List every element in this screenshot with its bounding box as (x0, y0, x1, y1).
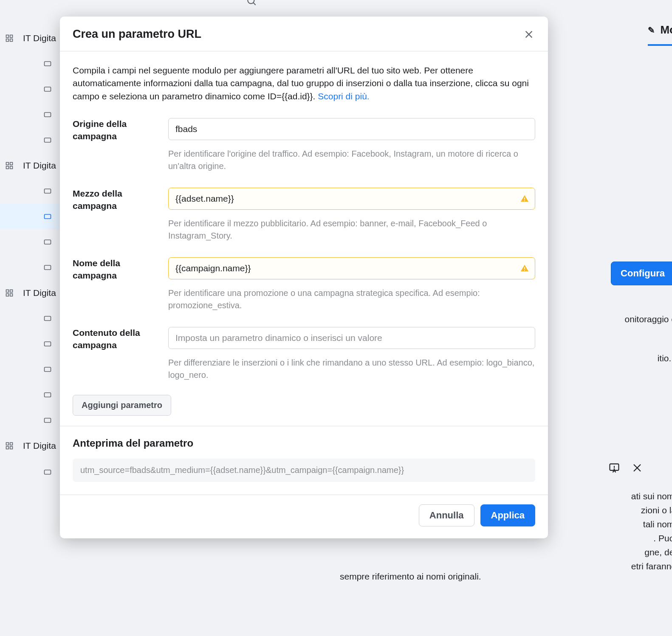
tab-edit-label: Mo (660, 23, 672, 37)
device-icon (42, 365, 53, 374)
learn-more-link[interactable]: Scopri di più. (318, 91, 369, 101)
device-icon (42, 85, 53, 93)
svg-rect-18 (10, 166, 13, 169)
svg-rect-8 (10, 35, 13, 38)
search-icon[interactable] (246, 0, 257, 9)
preview-value: utm_source=fbads&utm_medium={{adset.name… (73, 459, 535, 482)
modal-description-text: Compila i campi nel seguente modulo per … (73, 65, 529, 101)
svg-rect-21 (45, 240, 51, 244)
field-source: Origine della campagna Per identificare … (73, 118, 535, 172)
svg-rect-12 (45, 87, 51, 91)
field-name-label: Nome della campagna (73, 257, 168, 312)
svg-rect-23 (6, 290, 9, 293)
bg-text-fragment: onitoraggio e (625, 314, 672, 324)
svg-rect-9 (6, 39, 9, 42)
svg-rect-30 (45, 393, 51, 397)
svg-rect-41 (524, 267, 525, 270)
svg-rect-20 (45, 214, 51, 219)
field-content-help: Per differenziare le inserzioni o i link… (168, 357, 535, 381)
device-icon (42, 212, 53, 221)
bg-text-fragment: zioni o la (641, 505, 672, 515)
sidebar-item-label: IT Digita (23, 33, 56, 43)
svg-rect-10 (10, 39, 13, 42)
configure-button[interactable]: Configura (611, 262, 672, 285)
content-input[interactable] (168, 327, 535, 349)
breadcrumb-item[interactable]: IT Digital Marketing Milano (297, 0, 408, 0)
svg-rect-29 (45, 367, 51, 371)
svg-rect-34 (6, 447, 9, 449)
device-icon (42, 314, 53, 323)
bg-text-fragment: sempre riferimento ai nomi originali. (340, 571, 672, 582)
svg-rect-17 (6, 166, 9, 169)
cancel-button[interactable]: Annulla (419, 504, 474, 526)
svg-rect-25 (6, 294, 9, 296)
pencil-icon: ✎ (648, 25, 655, 35)
grid-icon (4, 34, 14, 42)
bg-text-fragment: gne, dei (644, 547, 672, 557)
svg-rect-26 (10, 294, 13, 296)
svg-rect-19 (45, 189, 51, 193)
breadcrumb-item[interactable]: IT Digital Marketing Milano | Remarketin… (428, 0, 609, 0)
apply-button[interactable]: Applica (480, 504, 535, 526)
name-input[interactable] (168, 257, 535, 279)
modal-title: Crea un parametro URL (73, 28, 201, 41)
medium-input[interactable] (168, 188, 535, 210)
device-icon (42, 468, 53, 476)
device-icon (42, 263, 53, 272)
modal-footer: Annulla Applica (60, 495, 548, 538)
field-medium-help: Per identificare il mezzo pubblicitario.… (168, 217, 535, 242)
modal-description: Compila i campi nel seguente modulo per … (73, 64, 535, 103)
device-icon (42, 110, 53, 119)
grid-icon (4, 289, 14, 297)
url-parameter-modal: Crea un parametro URL Compila i campi ne… (60, 17, 548, 538)
svg-rect-35 (10, 447, 13, 449)
svg-rect-13 (45, 113, 51, 117)
tab-edit[interactable]: ✎ Mo (648, 23, 672, 46)
svg-rect-31 (45, 418, 51, 422)
device-icon (42, 136, 53, 144)
field-source-help: Per identificare l'origine del traffico.… (168, 148, 535, 172)
sidebar-item-label: IT Digita (23, 160, 56, 171)
svg-rect-40 (524, 200, 525, 201)
field-content-label: Contenuto della campagna (73, 327, 168, 381)
field-name-help: Per identificare una promozione o una ca… (168, 287, 535, 312)
device-icon (42, 416, 53, 425)
preview-title: Anteprima del parametro (73, 437, 535, 449)
svg-rect-32 (6, 443, 9, 445)
bg-text-fragment: tali nomi (643, 519, 672, 529)
warning-icon (520, 194, 529, 203)
svg-rect-33 (10, 443, 13, 445)
sidebar-item-label: IT Digita (23, 288, 56, 298)
bg-text-fragment: etri faranno (631, 561, 672, 571)
device-icon (42, 340, 53, 348)
warning-icon (520, 264, 529, 273)
svg-rect-42 (524, 270, 525, 271)
field-source-label: Origine della campagna (73, 118, 168, 172)
svg-rect-36 (45, 470, 51, 474)
add-parameter-button[interactable]: Aggiungi parametro (73, 395, 171, 416)
device-icon (42, 391, 53, 399)
svg-rect-14 (45, 138, 51, 142)
device-icon (42, 187, 53, 195)
svg-point-4 (614, 469, 614, 469)
device-icon (42, 238, 53, 246)
device-icon (42, 59, 53, 68)
svg-rect-7 (6, 35, 9, 38)
svg-rect-39 (524, 198, 525, 200)
field-medium: Mezzo della campagna Per identificare il… (73, 188, 535, 242)
svg-rect-16 (10, 163, 13, 165)
close-icon (524, 30, 534, 39)
feedback-icon[interactable] (608, 462, 620, 476)
preview-section: Anteprima del parametro utm_source=fbads… (60, 426, 548, 495)
svg-rect-11 (45, 62, 51, 66)
svg-rect-27 (45, 316, 51, 321)
chevron-right-icon: › (416, 0, 419, 0)
field-content: Contenuto della campagna Per differenzia… (73, 327, 535, 381)
close-button[interactable] (522, 28, 535, 41)
close-icon[interactable] (632, 463, 642, 475)
svg-line-1 (253, 3, 255, 5)
grid-icon (4, 442, 14, 450)
bg-text-fragment: itio... (658, 353, 672, 363)
field-name: Nome della campagna Per identificare una… (73, 257, 535, 312)
source-input[interactable] (168, 118, 535, 140)
